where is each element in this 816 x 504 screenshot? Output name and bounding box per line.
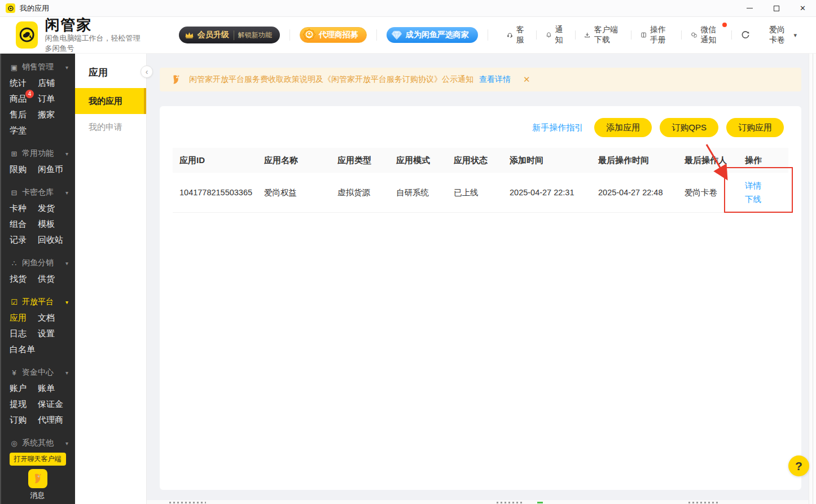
beginner-guide-link[interactable]: 新手操作指引 <box>532 122 583 133</box>
cell-app-type: 虚拟货源 <box>331 187 389 198</box>
cell-app-name: 爱尚权益 <box>257 187 331 198</box>
client-download-button[interactable]: 客户端下载 <box>575 25 631 45</box>
buy-app-button[interactable]: 订购应用 <box>726 118 784 137</box>
minimize-button[interactable] <box>736 0 763 17</box>
notifications-button[interactable]: 通知 <box>537 25 575 45</box>
chevron-down-icon: ▾ <box>65 440 68 446</box>
crown-icon <box>185 31 194 39</box>
sidebar-item-findgoods[interactable]: 找货 <box>10 271 38 287</box>
yen-icon: ¥ <box>10 369 19 377</box>
notice-close-icon[interactable]: ✕ <box>523 74 530 85</box>
sidebar-item-orders[interactable]: 订单 <box>38 91 75 107</box>
wechat-notify-label: 微信通知 <box>700 25 722 45</box>
sidebar-item-fishcoin[interactable]: 闲鱼币 <box>38 161 75 177</box>
sidebar-head-warehouse[interactable]: ⊟ 卡密仓库 ▾ <box>0 185 75 200</box>
subnav-item-my-requests[interactable]: 我的申请 <box>75 114 146 140</box>
sidebar-item-agent[interactable]: 代理商 <box>38 412 75 428</box>
sub-sidebar-title: 应用 <box>75 54 146 79</box>
sidebar-item-logs[interactable]: 日志 <box>10 326 38 341</box>
col-app-name: 应用名称 <box>257 155 331 166</box>
notice-banner: 闲管家开放平台服务费收取政策说明及《闲管家开放平台服务订购协议》公示通知 查看详… <box>160 68 801 91</box>
col-app-type: 应用类型 <box>331 155 389 166</box>
col-added-time: 添加时间 <box>503 155 591 166</box>
grid-icon: ⊞ <box>10 150 19 158</box>
manual-button[interactable]: 操作手册 <box>631 25 681 45</box>
customer-service-button[interactable]: 客服 <box>498 25 536 45</box>
download-icon <box>584 30 590 40</box>
cell-app-mode: 自研系统 <box>389 187 447 198</box>
collapse-panel-button[interactable]: ‹ <box>141 65 153 78</box>
sidebar-item-records[interactable]: 记录 <box>10 232 38 248</box>
divider <box>488 29 488 41</box>
sidebar-item-apps[interactable]: 应用 <box>10 310 38 326</box>
member-upgrade-button[interactable]: 会员升级 解锁新功能 <box>179 27 280 43</box>
sidebar-item-stats[interactable]: 统计 <box>10 75 38 91</box>
sidebar-section-common: ⊞ 常用功能 ▾ 限购 闲鱼币 <box>0 146 75 177</box>
chat-icon: ▣ <box>10 63 19 72</box>
close-button[interactable]: ✕ <box>789 0 816 17</box>
sidebar-section-warehouse: ⊟ 卡密仓库 ▾ 卡种 发货 组合 模板 记录 回收站 <box>0 185 75 248</box>
message-fish-icon[interactable] <box>28 469 47 488</box>
sidebar-item-deliver[interactable]: 发货 <box>38 200 75 216</box>
scrollbar[interactable] <box>809 54 816 504</box>
app-tagline: 闲鱼电脑端工作台，轻松管理多闲鱼号 <box>45 33 147 54</box>
sidebar-head-openplatform[interactable]: ☑ 开放平台 ▾ <box>0 294 75 310</box>
cell-app-status: 已上线 <box>447 187 503 198</box>
chevron-down-icon: ▾ <box>65 64 68 71</box>
account-menu[interactable]: 爱尚卡卷 ▾ <box>759 25 797 45</box>
sidebar-head-system[interactable]: ◎ 系统其他 ▾ <box>0 435 75 451</box>
sidebar-section-funds: ¥ 资金中心 ▾ 账户 账单 提现 保证金 订购 代理商 <box>0 365 75 428</box>
maximize-button[interactable] <box>763 0 789 17</box>
headset-icon <box>507 30 513 40</box>
sidebar-item-move[interactable]: 搬家 <box>38 107 75 122</box>
subnav-item-my-apps[interactable]: 我的应用 <box>75 88 146 114</box>
buy-qps-button[interactable]: 订购QPS <box>660 118 718 137</box>
bell-icon <box>546 30 552 40</box>
detail-link[interactable]: 详情 <box>745 179 788 192</box>
sidebar-head-sales[interactable]: ▣ 销售管理 ▾ <box>0 59 75 75</box>
footer-text-fragment <box>688 502 720 503</box>
chevron-down-icon: ▾ <box>65 370 68 376</box>
sidebar-item-whitelist[interactable]: 白名单 <box>10 341 38 357</box>
offline-link[interactable]: 下线 <box>745 193 788 206</box>
sidebar-item-cardtype[interactable]: 卡种 <box>10 200 38 216</box>
sidebar-head-common[interactable]: ⊞ 常用功能 ▾ <box>0 146 75 161</box>
refresh-button[interactable] <box>732 30 759 40</box>
chevron-down-icon: ▾ <box>65 260 68 266</box>
agent-recruit-button[interactable]: 代理商招募 <box>300 27 367 43</box>
add-app-button[interactable]: 添加应用 <box>594 118 652 137</box>
sidebar-item-limit[interactable]: 限购 <box>10 161 38 177</box>
wechat-notify-button[interactable]: 微信通知 <box>682 25 731 45</box>
sidebar-item-bills[interactable]: 账单 <box>38 380 75 396</box>
window-titlebar: 我的应用 ✕ <box>0 0 816 17</box>
sidebar-item-combo[interactable]: 组合 <box>10 216 38 232</box>
member-upgrade-sub: 解锁新功能 <box>234 30 272 40</box>
sidebar-item-template[interactable]: 模板 <box>38 216 75 232</box>
sidebar-item-docs[interactable]: 文档 <box>38 310 75 326</box>
notice-detail-link[interactable]: 查看详情 <box>479 74 511 85</box>
sidebar-item-supply[interactable]: 供货 <box>38 271 75 287</box>
sidebar-head-distribution[interactable]: ∴ 闲鱼分销 ▾ <box>0 255 75 271</box>
sidebar-item-accounts[interactable]: 账户 <box>10 380 38 396</box>
sidebar-item-goods[interactable]: 商品4 <box>10 91 38 107</box>
target-icon: ◎ <box>10 439 19 448</box>
cell-app-id: 1041778215503365 <box>173 188 257 197</box>
sidebar-item-recycle[interactable]: 回收站 <box>38 232 75 248</box>
sidebar-item-settings[interactable]: 设置 <box>38 326 75 341</box>
header-nav: 客服 通知 客户端下载 操作手册 微信通知 爱尚卡卷 ▾ <box>498 25 797 45</box>
sidebar-item-deposit[interactable]: 保证金 <box>38 396 75 412</box>
sidebar-head-funds[interactable]: ¥ 资金中心 ▾ <box>0 365 75 380</box>
sidebar-item-shop[interactable]: 店铺 <box>38 75 75 91</box>
app-icon <box>6 3 15 13</box>
col-app-id: 应用ID <box>173 155 257 166</box>
sidebar-item-subscribe[interactable]: 订购 <box>10 412 38 428</box>
app-header: 闲管家 闲鱼电脑端工作台，轻松管理多闲鱼号 会员升级 解锁新功能 代理商招募 成… <box>0 17 816 54</box>
customer-service-label: 客服 <box>516 25 527 45</box>
sidebar-item-withdraw[interactable]: 提现 <box>10 396 38 412</box>
footer-strip <box>147 500 809 504</box>
sidebar-item-aftersale[interactable]: 售后 <box>10 107 38 122</box>
sidebar-item-school[interactable]: 学堂 <box>10 122 38 138</box>
chevron-down-icon: ▾ <box>65 151 68 157</box>
help-button[interactable]: ? <box>788 455 809 476</box>
preferred-seller-button[interactable]: 成为闲鱼严选商家 <box>387 27 478 43</box>
